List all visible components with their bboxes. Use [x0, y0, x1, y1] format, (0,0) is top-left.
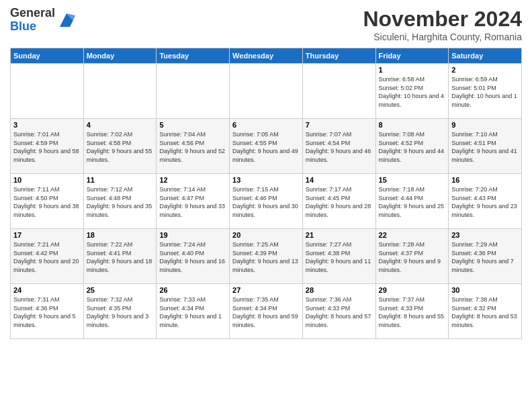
calendar-cell: 19Sunrise: 7:24 AM Sunset: 4:40 PM Dayli… [157, 229, 230, 284]
calendar-cell: 29Sunrise: 7:37 AM Sunset: 4:33 PM Dayli… [375, 284, 449, 339]
day-info: Sunrise: 7:22 AM Sunset: 4:41 PM Dayligh… [87, 240, 154, 274]
calendar-cell [83, 64, 157, 119]
calendar: SundayMondayTuesdayWednesdayThursdayFrid… [10, 48, 522, 339]
day-number: 16 [451, 176, 519, 184]
day-number: 13 [232, 176, 300, 184]
column-header-saturday: Saturday [449, 48, 522, 64]
day-number: 10 [13, 176, 81, 184]
column-header-monday: Monday [83, 48, 157, 64]
day-number: 14 [306, 176, 373, 184]
day-info: Sunrise: 7:25 AM Sunset: 4:39 PM Dayligh… [232, 240, 300, 274]
day-number: 18 [87, 231, 154, 239]
day-info: Sunrise: 7:11 AM Sunset: 4:50 PM Dayligh… [13, 185, 81, 219]
day-number: 17 [13, 231, 81, 239]
calendar-cell: 20Sunrise: 7:25 AM Sunset: 4:39 PM Dayli… [230, 229, 303, 284]
day-info: Sunrise: 7:02 AM Sunset: 4:58 PM Dayligh… [87, 130, 154, 164]
day-info: Sunrise: 7:24 AM Sunset: 4:40 PM Dayligh… [159, 240, 226, 274]
calendar-cell: 5Sunrise: 7:04 AM Sunset: 4:56 PM Daylig… [157, 119, 230, 174]
day-info: Sunrise: 7:35 AM Sunset: 4:34 PM Dayligh… [232, 295, 300, 329]
week-row-2: 3Sunrise: 7:01 AM Sunset: 4:59 PM Daylig… [11, 119, 522, 174]
calendar-cell: 4Sunrise: 7:02 AM Sunset: 4:58 PM Daylig… [83, 119, 157, 174]
month-title: November 2024 [363, 7, 522, 32]
location: Siculeni, Harghita County, Romania [363, 32, 522, 42]
logo: General Blue [10, 7, 77, 34]
calendar-cell: 25Sunrise: 7:32 AM Sunset: 4:35 PM Dayli… [83, 284, 157, 339]
day-number: 30 [451, 286, 519, 294]
day-info: Sunrise: 7:21 AM Sunset: 4:42 PM Dayligh… [13, 240, 81, 274]
day-info: Sunrise: 7:10 AM Sunset: 4:51 PM Dayligh… [451, 130, 519, 164]
day-info: Sunrise: 7:14 AM Sunset: 4:47 PM Dayligh… [159, 185, 226, 219]
calendar-cell: 9Sunrise: 7:10 AM Sunset: 4:51 PM Daylig… [449, 119, 522, 174]
calendar-cell: 30Sunrise: 7:38 AM Sunset: 4:32 PM Dayli… [449, 284, 522, 339]
day-info: Sunrise: 7:36 AM Sunset: 4:33 PM Dayligh… [306, 295, 373, 329]
day-info: Sunrise: 7:33 AM Sunset: 4:34 PM Dayligh… [159, 295, 226, 329]
week-row-5: 24Sunrise: 7:31 AM Sunset: 4:36 PM Dayli… [11, 284, 522, 339]
calendar-cell: 3Sunrise: 7:01 AM Sunset: 4:59 PM Daylig… [11, 119, 84, 174]
calendar-cell [157, 64, 230, 119]
day-info: Sunrise: 7:18 AM Sunset: 4:44 PM Dayligh… [379, 185, 446, 219]
day-number: 21 [306, 231, 373, 239]
day-info: Sunrise: 7:05 AM Sunset: 4:55 PM Dayligh… [232, 130, 300, 164]
day-number: 2 [451, 66, 519, 74]
calendar-cell: 28Sunrise: 7:36 AM Sunset: 4:33 PM Dayli… [302, 284, 375, 339]
day-number: 4 [87, 121, 154, 129]
calendar-cell: 6Sunrise: 7:05 AM Sunset: 4:55 PM Daylig… [230, 119, 303, 174]
day-number: 1 [379, 66, 446, 74]
day-info: Sunrise: 7:04 AM Sunset: 4:56 PM Dayligh… [159, 130, 226, 164]
title-area: November 2024 Siculeni, Harghita County,… [363, 7, 522, 42]
calendar-cell: 11Sunrise: 7:12 AM Sunset: 4:48 PM Dayli… [83, 174, 157, 229]
calendar-cell: 1Sunrise: 6:58 AM Sunset: 5:02 PM Daylig… [375, 64, 449, 119]
day-info: Sunrise: 7:28 AM Sunset: 4:37 PM Dayligh… [379, 240, 446, 274]
day-info: Sunrise: 6:58 AM Sunset: 5:02 PM Dayligh… [379, 75, 446, 109]
week-row-4: 17Sunrise: 7:21 AM Sunset: 4:42 PM Dayli… [11, 229, 522, 284]
day-info: Sunrise: 6:59 AM Sunset: 5:01 PM Dayligh… [451, 75, 519, 109]
day-info: Sunrise: 7:37 AM Sunset: 4:33 PM Dayligh… [379, 295, 446, 329]
day-number: 22 [379, 231, 446, 239]
calendar-cell: 24Sunrise: 7:31 AM Sunset: 4:36 PM Dayli… [11, 284, 84, 339]
calendar-cell: 16Sunrise: 7:20 AM Sunset: 4:43 PM Dayli… [449, 174, 522, 229]
calendar-cell: 8Sunrise: 7:08 AM Sunset: 4:52 PM Daylig… [375, 119, 449, 174]
calendar-cell: 21Sunrise: 7:27 AM Sunset: 4:38 PM Dayli… [302, 229, 375, 284]
day-info: Sunrise: 7:15 AM Sunset: 4:46 PM Dayligh… [232, 185, 300, 219]
week-row-1: 1Sunrise: 6:58 AM Sunset: 5:02 PM Daylig… [11, 64, 522, 119]
calendar-cell: 14Sunrise: 7:17 AM Sunset: 4:45 PM Dayli… [302, 174, 375, 229]
calendar-cell: 10Sunrise: 7:11 AM Sunset: 4:50 PM Dayli… [11, 174, 84, 229]
calendar-cell: 22Sunrise: 7:28 AM Sunset: 4:37 PM Dayli… [375, 229, 449, 284]
day-info: Sunrise: 7:20 AM Sunset: 4:43 PM Dayligh… [451, 185, 519, 219]
day-info: Sunrise: 7:29 AM Sunset: 4:36 PM Dayligh… [451, 240, 519, 274]
day-number: 5 [159, 121, 226, 129]
day-number: 28 [306, 286, 373, 294]
column-header-friday: Friday [375, 48, 449, 64]
column-header-wednesday: Wednesday [230, 48, 303, 64]
column-header-tuesday: Tuesday [157, 48, 230, 64]
calendar-cell: 13Sunrise: 7:15 AM Sunset: 4:46 PM Dayli… [230, 174, 303, 229]
week-row-3: 10Sunrise: 7:11 AM Sunset: 4:50 PM Dayli… [11, 174, 522, 229]
day-number: 20 [232, 231, 300, 239]
calendar-cell: 27Sunrise: 7:35 AM Sunset: 4:34 PM Dayli… [230, 284, 303, 339]
day-number: 25 [87, 286, 154, 294]
calendar-cell [11, 64, 84, 119]
day-number: 12 [159, 176, 226, 184]
day-number: 11 [87, 176, 154, 184]
logo-blue: Blue [10, 19, 36, 33]
day-info: Sunrise: 7:01 AM Sunset: 4:59 PM Dayligh… [13, 130, 81, 164]
day-number: 6 [232, 121, 300, 129]
calendar-cell: 18Sunrise: 7:22 AM Sunset: 4:41 PM Dayli… [83, 229, 157, 284]
day-number: 26 [159, 286, 226, 294]
day-number: 27 [232, 286, 300, 294]
day-number: 19 [159, 231, 226, 239]
calendar-cell: 26Sunrise: 7:33 AM Sunset: 4:34 PM Dayli… [157, 284, 230, 339]
day-info: Sunrise: 7:12 AM Sunset: 4:48 PM Dayligh… [87, 185, 154, 219]
calendar-cell: 2Sunrise: 6:59 AM Sunset: 5:01 PM Daylig… [449, 64, 522, 119]
day-number: 15 [379, 176, 446, 184]
day-info: Sunrise: 7:32 AM Sunset: 4:35 PM Dayligh… [87, 295, 154, 329]
day-info: Sunrise: 7:08 AM Sunset: 4:52 PM Dayligh… [379, 130, 446, 164]
day-number: 3 [13, 121, 81, 129]
calendar-cell: 7Sunrise: 7:07 AM Sunset: 4:54 PM Daylig… [302, 119, 375, 174]
calendar-cell: 15Sunrise: 7:18 AM Sunset: 4:44 PM Dayli… [375, 174, 449, 229]
calendar-cell: 17Sunrise: 7:21 AM Sunset: 4:42 PM Dayli… [11, 229, 84, 284]
day-number: 7 [306, 121, 373, 129]
day-number: 9 [451, 121, 519, 129]
column-header-thursday: Thursday [302, 48, 375, 64]
logo-general: General [10, 6, 55, 19]
